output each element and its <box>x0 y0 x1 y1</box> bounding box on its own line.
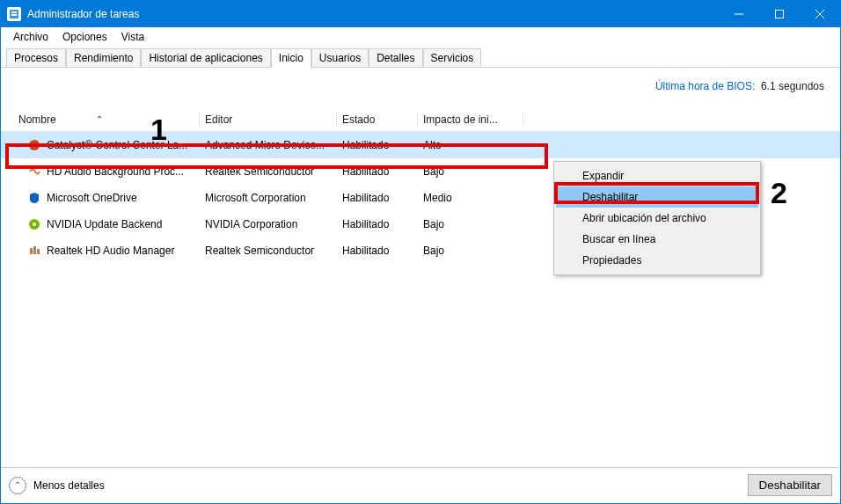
svg-rect-11 <box>33 246 36 254</box>
tab-users[interactable]: Usuarios <box>311 48 369 67</box>
row-editor: Advanced Micro Device... <box>200 139 337 151</box>
bios-info: Última hora de BIOS: 6.1 segundos <box>1 68 840 112</box>
fewer-details-button[interactable]: ⌃ Menos detalles <box>9 477 105 494</box>
svg-rect-12 <box>37 249 40 254</box>
bios-label: Última hora de BIOS: <box>655 80 755 92</box>
col-name-label: Nombre <box>18 113 56 126</box>
bios-value: 6.1 segundos <box>761 80 824 92</box>
tab-details[interactable]: Detalles <box>369 48 422 67</box>
cm-expand[interactable]: Expandir <box>556 165 758 186</box>
row-impact: Bajo <box>418 218 523 230</box>
col-impact[interactable]: Impacto de ini... <box>418 112 523 128</box>
app-row-icon <box>27 164 41 179</box>
row-editor: NVIDIA Corporation <box>200 218 337 230</box>
menubar: Archivo Opciones Vista <box>1 27 840 47</box>
row-name: Microsoft OneDrive <box>47 192 137 204</box>
app-row-icon <box>27 191 41 205</box>
menu-view[interactable]: Vista <box>114 31 151 43</box>
app-row-icon <box>27 217 41 231</box>
row-impact: Medio <box>418 192 523 204</box>
chevron-up-icon: ⌃ <box>9 477 26 494</box>
cm-open-location[interactable]: Abrir ubicación del archivo <box>556 208 758 229</box>
menu-options[interactable]: Opciones <box>55 31 114 43</box>
col-status[interactable]: Estado <box>337 112 418 128</box>
sort-indicator-icon: ⌃ <box>96 114 103 124</box>
close-button[interactable] <box>800 1 840 27</box>
svg-rect-4 <box>776 11 784 18</box>
annotation-label-2: 2 <box>771 176 787 210</box>
row-status: Habilitado <box>337 245 418 257</box>
table-row[interactable]: › Catalyst® Control Center La... Advance… <box>1 132 840 158</box>
tab-services[interactable]: Servicios <box>423 48 482 67</box>
row-impact: Alto <box>418 139 523 151</box>
row-editor: Realtek Semiconductor <box>200 165 337 178</box>
window-title: Administrador de tareas <box>27 8 719 20</box>
minimize-button[interactable] <box>719 1 759 27</box>
row-editor: Realtek Semiconductor <box>200 245 337 257</box>
row-impact: Bajo <box>418 245 523 257</box>
app-row-icon <box>27 244 41 258</box>
svg-rect-1 <box>11 11 17 13</box>
cm-disable[interactable]: Deshabilitar <box>556 186 758 208</box>
cm-properties[interactable]: Propiedades <box>556 250 758 271</box>
row-editor: Microsoft Corporation <box>200 192 337 204</box>
fewer-details-label: Menos detalles <box>33 479 105 492</box>
svg-point-7 <box>29 140 40 150</box>
row-name: NVIDIA Update Backend <box>47 218 162 230</box>
annotation-label-1: 1 <box>150 113 167 147</box>
tab-processes[interactable]: Procesos <box>6 48 66 67</box>
titlebar[interactable]: Administrador de tareas <box>1 1 840 27</box>
row-name: HD Audio Background Proc... <box>47 165 184 178</box>
app-icon <box>7 7 21 21</box>
app-row-icon <box>27 138 41 152</box>
statusbar: ⌃ Menos detalles Deshabilitar <box>2 467 839 502</box>
svg-point-9 <box>33 223 36 226</box>
row-impact: Bajo <box>418 165 523 178</box>
cm-search-online[interactable]: Buscar en línea <box>556 229 758 250</box>
svg-rect-2 <box>11 14 17 16</box>
chevron-right-icon[interactable]: › <box>13 141 22 150</box>
row-status: Habilitado <box>337 218 418 230</box>
col-editor[interactable]: Editor <box>200 112 337 128</box>
maximize-button[interactable] <box>759 1 800 27</box>
menu-file[interactable]: Archivo <box>6 31 55 43</box>
tabbar: Procesos Rendimiento Historial de aplica… <box>1 47 840 68</box>
tab-startup[interactable]: Inicio <box>271 48 311 68</box>
svg-rect-10 <box>30 248 33 254</box>
col-name[interactable]: Nombre ⌃ <box>1 112 200 128</box>
row-status: Habilitado <box>337 165 418 178</box>
row-status: Habilitado <box>337 139 418 151</box>
row-name: Realtek HD Audio Manager <box>47 245 174 257</box>
tab-apphistory[interactable]: Historial de aplicaciones <box>141 48 270 67</box>
column-headers: Nombre ⌃ Editor Estado Impacto de ini... <box>1 112 840 132</box>
context-menu: Expandir Deshabilitar Abrir ubicación de… <box>553 161 761 275</box>
disable-button[interactable]: Deshabilitar <box>748 474 832 496</box>
row-status: Habilitado <box>337 192 418 204</box>
tab-performance[interactable]: Rendimiento <box>66 48 141 67</box>
